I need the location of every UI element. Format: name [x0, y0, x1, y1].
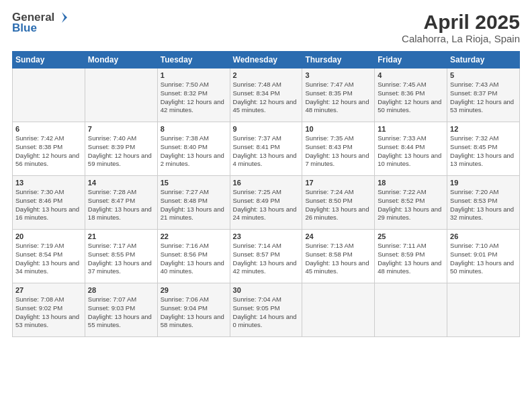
- calendar-cell: 1Sunrise: 7:50 AMSunset: 8:32 PMDaylight…: [157, 68, 230, 122]
- day-info: Sunrise: 7:43 AMSunset: 8:37 PMDaylight:…: [450, 81, 517, 115]
- calendar-cell: 30Sunrise: 7:04 AMSunset: 9:05 PMDayligh…: [230, 283, 302, 337]
- day-number: 9: [233, 125, 300, 133]
- day-number: 30: [233, 286, 300, 294]
- calendar-cell: [302, 283, 375, 337]
- day-info: Sunrise: 7:13 AMSunset: 8:58 PMDaylight:…: [305, 242, 371, 276]
- day-number: 1: [161, 71, 227, 79]
- day-number: 25: [378, 232, 444, 240]
- calendar-cell: 23Sunrise: 7:14 AMSunset: 8:57 PMDayligh…: [230, 230, 302, 283]
- calendar-cell: 12Sunrise: 7:32 AMSunset: 8:45 PMDayligh…: [447, 122, 520, 176]
- calendar-cell: 5Sunrise: 7:43 AMSunset: 8:37 PMDaylight…: [447, 68, 520, 122]
- calendar-week-row: 27Sunrise: 7:08 AMSunset: 9:02 PMDayligh…: [13, 283, 520, 337]
- calendar-week-row: 1Sunrise: 7:50 AMSunset: 8:32 PMDaylight…: [13, 68, 520, 122]
- day-number: 21: [88, 232, 154, 240]
- calendar-cell: 26Sunrise: 7:10 AMSunset: 9:01 PMDayligh…: [447, 230, 520, 283]
- calendar-cell: 25Sunrise: 7:11 AMSunset: 8:59 PMDayligh…: [375, 230, 447, 283]
- calendar-cell: 10Sunrise: 7:35 AMSunset: 8:43 PMDayligh…: [302, 122, 375, 176]
- day-info: Sunrise: 7:14 AMSunset: 8:57 PMDaylight:…: [233, 242, 300, 276]
- day-info: Sunrise: 7:45 AMSunset: 8:36 PMDaylight:…: [378, 81, 444, 115]
- day-info: Sunrise: 7:38 AMSunset: 8:40 PMDaylight:…: [161, 134, 227, 169]
- header-thursday: Thursday: [302, 52, 375, 68]
- day-info: Sunrise: 7:50 AMSunset: 8:32 PMDaylight:…: [161, 81, 227, 115]
- day-info: Sunrise: 7:42 AMSunset: 8:38 PMDaylight:…: [15, 134, 82, 169]
- page-title: April 2025: [402, 11, 520, 33]
- day-number: 29: [161, 286, 227, 294]
- day-info: Sunrise: 7:07 AMSunset: 9:03 PMDaylight:…: [88, 295, 154, 330]
- day-info: Sunrise: 7:08 AMSunset: 9:02 PMDaylight:…: [15, 295, 82, 330]
- calendar-cell: 27Sunrise: 7:08 AMSunset: 9:02 PMDayligh…: [13, 283, 85, 337]
- title-block: April 2025 Calahorra, La Rioja, Spain: [402, 11, 520, 44]
- calendar-cell: [85, 68, 157, 122]
- day-info: Sunrise: 7:32 AMSunset: 8:45 PMDaylight:…: [450, 134, 517, 169]
- day-info: Sunrise: 7:10 AMSunset: 9:01 PMDaylight:…: [450, 242, 517, 276]
- calendar-cell: 16Sunrise: 7:25 AMSunset: 8:49 PMDayligh…: [230, 176, 302, 230]
- header: General Blue April 2025 Calahorra, La Ri…: [12, 11, 520, 44]
- day-info: Sunrise: 7:22 AMSunset: 8:52 PMDaylight:…: [378, 188, 444, 222]
- day-number: 18: [378, 179, 444, 187]
- day-number: 14: [88, 179, 154, 187]
- calendar-cell: 18Sunrise: 7:22 AMSunset: 8:52 PMDayligh…: [375, 176, 447, 230]
- day-info: Sunrise: 7:33 AMSunset: 8:44 PMDaylight:…: [378, 134, 444, 169]
- calendar-cell: 29Sunrise: 7:06 AMSunset: 9:04 PMDayligh…: [157, 283, 230, 337]
- header-monday: Monday: [85, 52, 157, 68]
- day-info: Sunrise: 7:40 AMSunset: 8:39 PMDaylight:…: [88, 134, 154, 169]
- day-number: 19: [450, 179, 517, 187]
- calendar-cell: 4Sunrise: 7:45 AMSunset: 8:36 PMDaylight…: [375, 68, 447, 122]
- day-number: 3: [305, 71, 371, 79]
- day-number: 13: [15, 179, 82, 187]
- calendar-cell: 20Sunrise: 7:19 AMSunset: 8:54 PMDayligh…: [13, 230, 85, 283]
- day-info: Sunrise: 7:17 AMSunset: 8:55 PMDaylight:…: [88, 242, 154, 276]
- day-info: Sunrise: 7:30 AMSunset: 8:46 PMDaylight:…: [15, 188, 82, 222]
- day-number: 20: [15, 232, 82, 240]
- calendar-cell: 14Sunrise: 7:28 AMSunset: 8:47 PMDayligh…: [85, 176, 157, 230]
- day-number: 22: [161, 232, 227, 240]
- calendar-cell: 3Sunrise: 7:47 AMSunset: 8:35 PMDaylight…: [302, 68, 375, 122]
- calendar-cell: 24Sunrise: 7:13 AMSunset: 8:58 PMDayligh…: [302, 230, 375, 283]
- page: General Blue April 2025 Calahorra, La Ri…: [0, 0, 532, 411]
- day-number: 4: [378, 71, 444, 79]
- day-number: 27: [15, 286, 82, 294]
- calendar-cell: [375, 283, 447, 337]
- calendar-cell: 28Sunrise: 7:07 AMSunset: 9:03 PMDayligh…: [85, 283, 157, 337]
- day-number: 23: [233, 232, 300, 240]
- day-number: 15: [161, 179, 227, 187]
- calendar-cell: 6Sunrise: 7:42 AMSunset: 8:38 PMDaylight…: [13, 122, 85, 176]
- calendar-cell: [13, 68, 85, 122]
- day-info: Sunrise: 7:35 AMSunset: 8:43 PMDaylight:…: [305, 134, 371, 169]
- day-number: 28: [88, 286, 154, 294]
- day-info: Sunrise: 7:19 AMSunset: 8:54 PMDaylight:…: [15, 242, 82, 276]
- calendar-cell: [447, 283, 520, 337]
- calendar-cell: 9Sunrise: 7:37 AMSunset: 8:41 PMDaylight…: [230, 122, 302, 176]
- header-tuesday: Tuesday: [157, 52, 230, 68]
- day-number: 7: [88, 125, 154, 133]
- day-number: 5: [450, 71, 517, 79]
- calendar-cell: 2Sunrise: 7:48 AMSunset: 8:34 PMDaylight…: [230, 68, 302, 122]
- day-info: Sunrise: 7:20 AMSunset: 8:53 PMDaylight:…: [450, 188, 517, 222]
- page-subtitle: Calahorra, La Rioja, Spain: [402, 33, 520, 44]
- logo-blue: Blue: [12, 21, 37, 35]
- calendar-cell: 13Sunrise: 7:30 AMSunset: 8:46 PMDayligh…: [13, 176, 85, 230]
- day-number: 11: [378, 125, 444, 133]
- day-number: 6: [15, 125, 82, 133]
- day-info: Sunrise: 7:06 AMSunset: 9:04 PMDaylight:…: [161, 295, 227, 330]
- calendar-week-row: 20Sunrise: 7:19 AMSunset: 8:54 PMDayligh…: [13, 230, 520, 283]
- header-saturday: Saturday: [447, 52, 520, 68]
- day-info: Sunrise: 7:47 AMSunset: 8:35 PMDaylight:…: [305, 81, 371, 115]
- calendar-cell: 17Sunrise: 7:24 AMSunset: 8:50 PMDayligh…: [302, 176, 375, 230]
- day-number: 16: [233, 179, 300, 187]
- day-info: Sunrise: 7:48 AMSunset: 8:34 PMDaylight:…: [233, 81, 300, 115]
- calendar-week-row: 13Sunrise: 7:30 AMSunset: 8:46 PMDayligh…: [13, 176, 520, 230]
- header-friday: Friday: [375, 52, 447, 68]
- logo: General Blue: [12, 11, 69, 35]
- calendar-cell: 21Sunrise: 7:17 AMSunset: 8:55 PMDayligh…: [85, 230, 157, 283]
- calendar-cell: 11Sunrise: 7:33 AMSunset: 8:44 PMDayligh…: [375, 122, 447, 176]
- day-info: Sunrise: 7:16 AMSunset: 8:56 PMDaylight:…: [161, 242, 227, 276]
- calendar-cell: 7Sunrise: 7:40 AMSunset: 8:39 PMDaylight…: [85, 122, 157, 176]
- day-info: Sunrise: 7:24 AMSunset: 8:50 PMDaylight:…: [305, 188, 371, 222]
- day-number: 26: [450, 232, 517, 240]
- header-sunday: Sunday: [13, 52, 85, 68]
- day-number: 8: [161, 125, 227, 133]
- day-info: Sunrise: 7:37 AMSunset: 8:41 PMDaylight:…: [233, 134, 300, 169]
- calendar-cell: 22Sunrise: 7:16 AMSunset: 8:56 PMDayligh…: [157, 230, 230, 283]
- day-info: Sunrise: 7:11 AMSunset: 8:59 PMDaylight:…: [378, 242, 444, 276]
